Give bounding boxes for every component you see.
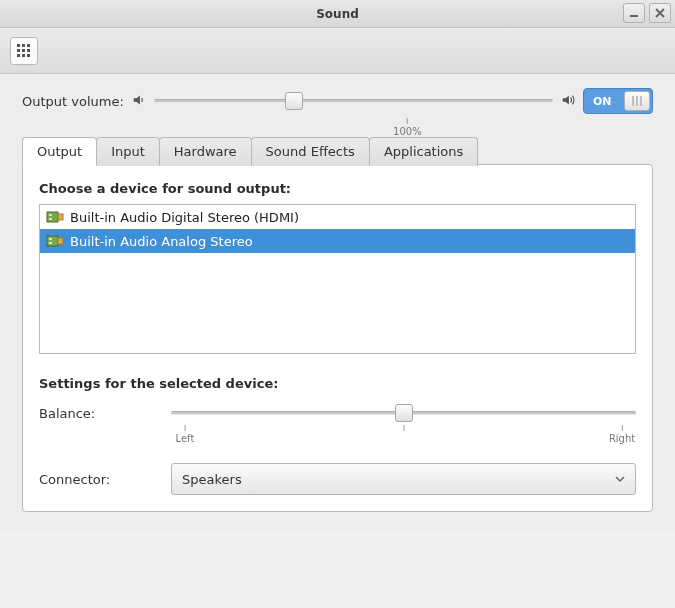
svg-rect-17 — [58, 238, 63, 244]
speaker-high-icon — [561, 93, 575, 110]
svg-rect-14 — [47, 236, 58, 246]
device-name: Built-in Audio Analog Stereo — [70, 234, 253, 249]
svg-rect-6 — [27, 49, 30, 52]
svg-rect-4 — [17, 49, 20, 52]
grid-icon — [17, 44, 31, 58]
toggle-on-label: ON — [593, 95, 612, 108]
minimize-button[interactable] — [623, 3, 645, 23]
svg-rect-1 — [17, 44, 20, 47]
device-row[interactable]: Built-in Audio Digital Stereo (HDMI) — [40, 205, 635, 229]
tab-output[interactable]: Output — [22, 137, 97, 166]
output-volume-slider[interactable] — [154, 89, 553, 113]
svg-rect-16 — [49, 242, 52, 244]
balance-row: Balance: — [39, 401, 636, 425]
svg-rect-9 — [27, 54, 30, 57]
tabs: OutputInputHardwareSound EffectsApplicat… — [22, 136, 653, 165]
titlebar: Sound — [0, 0, 675, 28]
sound-card-icon — [46, 233, 64, 249]
chevron-down-icon — [615, 472, 625, 487]
tab-apps[interactable]: Applications — [369, 137, 478, 166]
svg-rect-10 — [47, 212, 58, 222]
sound-card-icon — [46, 209, 64, 225]
svg-rect-13 — [58, 214, 63, 220]
output-volume-label: Output volume: — [22, 94, 124, 109]
svg-rect-3 — [27, 44, 30, 47]
choose-device-label: Choose a device for sound output: — [39, 181, 636, 196]
device-name: Built-in Audio Digital Stereo (HDMI) — [70, 210, 299, 225]
output-tab-panel: Choose a device for sound output: Built-… — [22, 164, 653, 512]
speaker-low-icon — [132, 93, 146, 110]
svg-rect-11 — [49, 214, 52, 216]
balance-right-label: Right — [609, 433, 635, 444]
device-row[interactable]: Built-in Audio Analog Stereo — [40, 229, 635, 253]
output-mute-toggle[interactable]: ON — [583, 88, 653, 114]
balance-label: Balance: — [39, 406, 159, 421]
window-title: Sound — [316, 7, 359, 21]
connector-combobox[interactable]: Speakers — [171, 463, 636, 495]
close-button[interactable] — [649, 3, 671, 23]
connector-row: Connector: Speakers — [39, 463, 636, 495]
balance-slider[interactable] — [171, 401, 636, 425]
balance-left-label: Left — [176, 433, 195, 444]
device-settings-label: Settings for the selected device: — [39, 376, 636, 391]
svg-rect-5 — [22, 49, 25, 52]
svg-rect-12 — [49, 218, 52, 220]
svg-rect-15 — [49, 238, 52, 240]
svg-rect-8 — [22, 54, 25, 57]
output-volume-row: Output volume: ON — [22, 88, 653, 114]
output-device-list[interactable]: Built-in Audio Digital Stereo (HDMI)Buil… — [39, 204, 636, 354]
tab-hardware[interactable]: Hardware — [159, 137, 252, 166]
connector-selected-value: Speakers — [182, 472, 242, 487]
svg-rect-0 — [630, 15, 638, 17]
all-settings-button[interactable] — [10, 37, 38, 65]
connector-label: Connector: — [39, 472, 159, 487]
tab-input[interactable]: Input — [96, 137, 160, 166]
toolbar — [0, 28, 675, 74]
balance-marks: Left Right — [171, 425, 636, 445]
svg-rect-2 — [22, 44, 25, 47]
tab-effects[interactable]: Sound Effects — [251, 137, 370, 166]
svg-rect-7 — [17, 54, 20, 57]
